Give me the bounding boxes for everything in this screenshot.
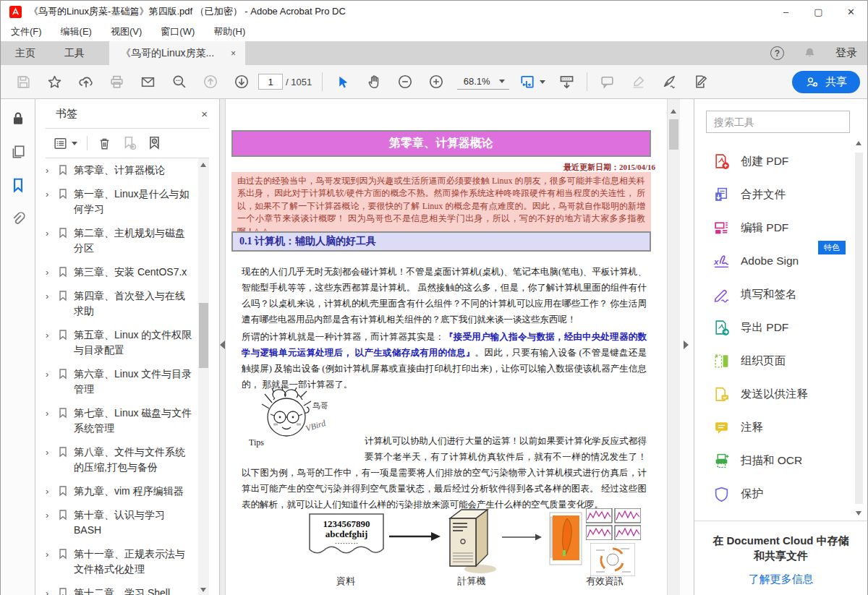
scroll-up-icon[interactable]: [856, 141, 861, 145]
menu-view[interactable]: 视图(V): [111, 25, 142, 38]
previous-page-icon[interactable]: [195, 69, 226, 95]
tab-close-icon[interactable]: ×: [229, 48, 238, 59]
scroll-up-icon[interactable]: [671, 109, 676, 114]
chevron-right-icon[interactable]: ›: [46, 445, 52, 460]
minimize-button[interactable]: –: [770, 1, 802, 22]
sign-in-link[interactable]: 登录: [835, 46, 857, 60]
tool-more-tools[interactable]: 更多工具: [713, 510, 848, 521]
document-scrollbar[interactable]: [667, 99, 680, 595]
delete-bookmark-icon[interactable]: [97, 136, 112, 151]
learn-more-link[interactable]: 了解更多信息: [710, 573, 851, 586]
notifications-bell-icon[interactable]: [803, 46, 817, 60]
collapse-panel-icon[interactable]: [220, 341, 225, 349]
edit-page-icon[interactable]: [685, 69, 716, 95]
tool-create-pdf[interactable]: 创建 PDF: [713, 145, 848, 178]
chevron-right-icon[interactable]: ›: [46, 586, 52, 595]
share-button[interactable]: 共享: [792, 71, 860, 93]
bookmarks-scrollbar[interactable]: [198, 158, 209, 595]
fit-width-icon[interactable]: [515, 69, 540, 95]
cloud-upload-icon[interactable]: [70, 69, 101, 95]
bookmarks-panel-icon[interactable]: [10, 177, 26, 193]
star-favorites-icon[interactable]: [39, 69, 70, 95]
bookmark-item[interactable]: ›第十章、认识与学习 BASH: [46, 503, 195, 542]
pdf-page[interactable]: 第零章、计算器概论 最近更新日期：2015/04/16 由过去的经验当中，鸟哥发…: [226, 99, 667, 595]
expand-current-bookmark-icon[interactable]: [147, 135, 163, 151]
bookmark-item[interactable]: ›第四章、首次登入与在线求助: [46, 284, 195, 323]
menu-help[interactable]: 帮助(H): [213, 25, 245, 38]
page-number-input[interactable]: [258, 74, 283, 90]
bookmark-item[interactable]: ›第十一章、正规表示法与文件格式化处理: [46, 542, 195, 581]
save-icon[interactable]: [8, 69, 39, 95]
chevron-right-icon[interactable]: ›: [46, 367, 52, 382]
bookmark-item[interactable]: ›第九章、vim 程序编辑器: [46, 479, 195, 503]
email-icon[interactable]: [132, 69, 163, 95]
chevron-right-icon[interactable]: ›: [46, 226, 52, 241]
chevron-right-icon[interactable]: ›: [46, 288, 52, 304]
select-tool-icon[interactable]: [327, 69, 358, 95]
chevron-right-icon[interactable]: ›: [46, 328, 52, 343]
scrollbar-thumb[interactable]: [199, 303, 208, 368]
bookmark-item[interactable]: ›第零章、计算器概论: [46, 158, 195, 182]
help-icon[interactable]: ?: [770, 46, 784, 60]
chevron-right-icon[interactable]: ›: [46, 484, 52, 499]
chevron-right-icon[interactable]: ›: [46, 547, 52, 562]
tab-tools[interactable]: 工具: [50, 41, 99, 65]
tool-fill-sign[interactable]: 填写和签名: [713, 278, 848, 311]
next-page-arrow-icon[interactable]: [684, 341, 689, 349]
bookmark-item[interactable]: ›第三章、安装 CentOS7.x: [46, 260, 195, 284]
tool-scan-ocr[interactable]: 扫描和 OCR: [713, 444, 848, 477]
chevron-right-icon[interactable]: ›: [46, 508, 52, 523]
read-mode-icon[interactable]: [551, 69, 582, 95]
search-tools-input[interactable]: [706, 111, 850, 133]
bookmark-item[interactable]: ›第六章、Linux 文件与目录管理: [46, 362, 195, 401]
chevron-right-icon[interactable]: ›: [46, 406, 52, 421]
menu-edit[interactable]: 编辑(E): [61, 25, 92, 38]
tool-export-pdf[interactable]: 导出 PDF: [713, 311, 848, 344]
page-thumbnails-icon[interactable]: [10, 144, 26, 160]
tool-send-for-comments[interactable]: 发送以供注释: [713, 377, 848, 411]
highlight-icon[interactable]: [623, 69, 654, 95]
tool-comment[interactable]: 注释: [713, 411, 848, 444]
search-icon[interactable]: [163, 69, 195, 95]
scrollbar-thumb[interactable]: [855, 153, 863, 504]
bookmark-item[interactable]: ›第八章、文件与文件系统的压缩,打包与备份: [46, 440, 195, 479]
next-page-icon[interactable]: [226, 69, 257, 95]
tool-combine-files[interactable]: 合并文件: [713, 178, 848, 211]
attachments-paperclip-icon[interactable]: [9, 210, 26, 227]
panel-splitter[interactable]: [220, 99, 226, 595]
scroll-up-icon[interactable]: [200, 163, 206, 167]
chevron-right-icon[interactable]: ›: [46, 187, 52, 202]
menu-window[interactable]: 窗口(W): [161, 25, 195, 38]
chevron-right-icon[interactable]: ›: [46, 265, 52, 280]
tool-organize-pages[interactable]: 组织页面: [713, 344, 848, 377]
bookmark-item[interactable]: ›第一章、Linux是什么与如何学习: [46, 182, 195, 221]
bookmark-item[interactable]: ›第七章、Linux 磁盘与文件系统管理: [46, 401, 195, 440]
hand-tool-icon[interactable]: [358, 69, 389, 95]
tab-home[interactable]: 主页: [1, 41, 50, 65]
chevron-right-icon[interactable]: ›: [46, 163, 52, 178]
zoom-out-icon[interactable]: [389, 69, 420, 95]
sign-pen-icon[interactable]: [654, 69, 685, 95]
zoom-level-control[interactable]: 68.1%: [457, 74, 509, 90]
bookmark-options-button[interactable]: [53, 136, 77, 151]
bookmark-item[interactable]: ›第十二章、学习 Shell Scripts: [46, 581, 195, 595]
security-lock-icon[interactable]: [10, 111, 26, 127]
scroll-down-icon[interactable]: [856, 511, 861, 515]
tab-document[interactable]: 《鸟哥的Linux房菜... ×: [109, 41, 245, 65]
zoom-in-icon[interactable]: [420, 69, 451, 95]
scroll-down-icon[interactable]: [200, 588, 206, 592]
bookmark-item[interactable]: ›第五章、Linux 的文件权限与目录配置: [46, 323, 195, 362]
scrollbar-thumb[interactable]: [669, 119, 678, 150]
tools-scrollbar[interactable]: [854, 141, 864, 515]
chevron-down-icon[interactable]: [540, 80, 545, 84]
tool-edit-pdf[interactable]: 编辑 PDF: [713, 211, 848, 244]
maximize-button[interactable]: ▢: [802, 1, 835, 22]
close-button[interactable]: ✕: [835, 1, 867, 22]
new-bookmark-icon[interactable]: [122, 135, 137, 151]
tool-adobe-sign[interactable]: 特色 x Adobe Sign: [713, 244, 848, 278]
bookmark-item[interactable]: ›第二章、主机规划与磁盘分区: [46, 221, 195, 260]
comment-icon[interactable]: [592, 69, 623, 95]
tool-protect[interactable]: 保护: [713, 477, 848, 510]
menu-file[interactable]: 文件(F): [11, 25, 42, 38]
print-icon[interactable]: [101, 69, 132, 95]
